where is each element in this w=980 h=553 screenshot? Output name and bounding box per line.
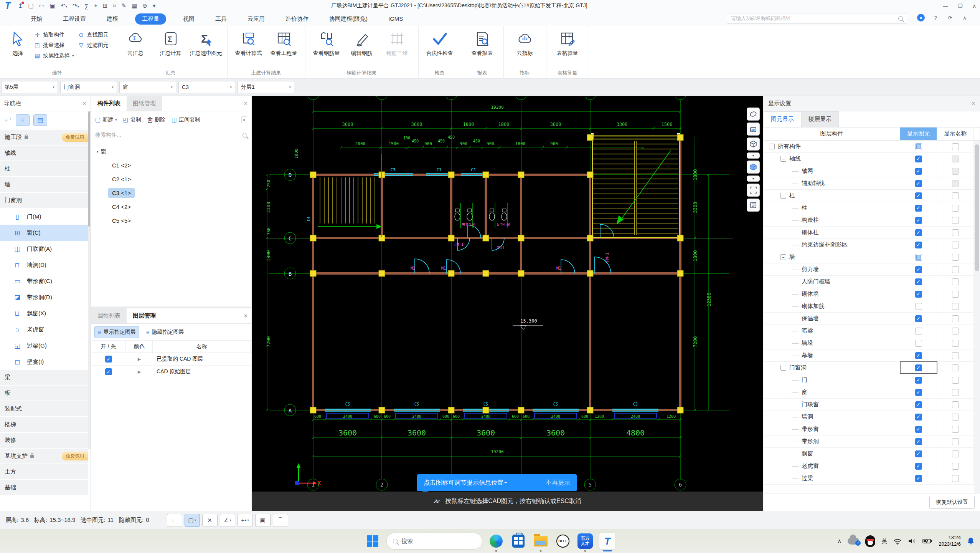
show-name-checkbox[interactable] <box>952 328 959 334</box>
display-row-砌体加筋[interactable]: ──砌体加筋 <box>764 300 980 313</box>
nav-close-icon[interactable]: ✕ <box>82 101 87 106</box>
layer-visibility-cell[interactable] <box>91 368 126 375</box>
sidebar-item-基坑支护[interactable]: 基坑支护免费试用 <box>0 449 88 464</box>
collapse-button[interactable]: ∧ <box>972 3 976 9</box>
show-name-cell[interactable] <box>937 300 974 312</box>
view-quantity-button[interactable]: 查看工程量 <box>268 28 300 57</box>
show-name-cell[interactable] <box>937 276 974 288</box>
show-name-checkbox[interactable] <box>952 278 959 285</box>
maximize-button[interactable]: ❐ <box>958 3 963 9</box>
show-name-checkbox[interactable] <box>952 389 959 396</box>
tray-expand-icon[interactable]: ∧ <box>837 538 841 545</box>
show-name-cell[interactable] <box>937 165 974 177</box>
qat-more-icon[interactable]: ▾ <box>153 2 156 9</box>
show-element-cell[interactable] <box>900 362 937 374</box>
summary-calc-button[interactable]: Σ 汇总计算 <box>155 28 186 57</box>
collapse-icon[interactable]: − <box>780 156 786 162</box>
sidebar-item-窗(C)[interactable]: ⊞窗(C) <box>0 225 88 241</box>
show-element-checkbox[interactable] <box>915 340 922 347</box>
display-row-砌体柱[interactable]: ──砌体柱 <box>764 227 980 239</box>
show-element-cell[interactable] <box>900 472 937 484</box>
component-item-C3[interactable]: C3 <1> <box>91 186 251 200</box>
show-name-checkbox[interactable] <box>952 205 959 212</box>
type-dropdown[interactable]: 窗▾ <box>119 81 176 93</box>
show-name-cell[interactable] <box>937 337 974 349</box>
sidebar-item-土方[interactable]: 土方 <box>0 464 88 480</box>
show-element-checkbox[interactable] <box>915 168 922 175</box>
show-element-cell[interactable] <box>900 448 937 460</box>
collapse-icon[interactable]: − <box>780 254 786 260</box>
collapse-icon[interactable]: − <box>769 144 775 149</box>
sidebar-item-壁龛(I)[interactable]: ◻壁龛(I) <box>0 354 88 370</box>
show-name-cell[interactable] <box>937 251 974 263</box>
show-element-cell[interactable] <box>900 165 937 177</box>
collapse-icon[interactable]: − <box>780 193 786 199</box>
sidebar-item-老虎窗[interactable]: ⌂老虎窗 <box>0 321 88 338</box>
gtj-app-icon[interactable]: T <box>599 533 616 550</box>
show-element-cell[interactable] <box>900 227 937 238</box>
show-name-checkbox[interactable] <box>952 463 959 470</box>
show-element-cell[interactable] <box>900 141 937 152</box>
cad-canvas[interactable]: 1920036003600180018003600330015002000150… <box>252 96 763 511</box>
display-row-柱[interactable]: −柱 <box>764 190 980 202</box>
ime-indicator[interactable]: 英 <box>881 538 887 545</box>
legality-check-button[interactable]: 合法性检查 <box>424 28 455 57</box>
sidebar-item-施工段[interactable]: 施工段免费试用 <box>0 130 88 146</box>
display-row-过梁[interactable]: ──过梁 <box>764 472 980 485</box>
store-app-icon[interactable] <box>510 533 527 550</box>
view-calc-icon[interactable]: ⌖ <box>94 2 97 9</box>
menu-tab-工程设置[interactable]: 工程设置 <box>59 13 90 25</box>
show-name-cell[interactable] <box>937 190 974 202</box>
show-element-cell[interactable] <box>900 190 937 202</box>
show-name-checkbox[interactable] <box>952 242 959 248</box>
display-row-所有构件[interactable]: −所有构件 <box>764 141 980 153</box>
show-element-cell[interactable] <box>900 349 937 361</box>
show-name-checkbox[interactable] <box>952 315 959 322</box>
view-3d-icon[interactable]: 3D <box>747 123 760 136</box>
menu-tab-开始[interactable]: 开始 <box>27 13 46 25</box>
element-dropdown[interactable]: C3▾ <box>178 81 235 93</box>
show-element-cell[interactable] <box>900 300 937 312</box>
show-element-cell[interactable] <box>900 202 937 214</box>
menu-tab-工具[interactable]: 工具 <box>211 13 231 25</box>
show-element-checkbox[interactable] <box>915 438 922 445</box>
display-row-约束边缘非阴影区[interactable]: ──约束边缘非阴影区 <box>764 239 980 251</box>
component-item-C2[interactable]: C2 <1> <box>91 172 251 186</box>
show-name-cell[interactable] <box>937 423 974 435</box>
sidebar-item-飘窗(X)[interactable]: ⊔飘窗(X) <box>0 305 88 321</box>
show-name-checkbox[interactable] <box>952 291 959 298</box>
display-row-构造柱[interactable]: ──构造柱 <box>764 214 980 227</box>
menu-tab-协同建模(限免)[interactable]: 协同建模(限免) <box>325 13 371 25</box>
show-name-cell[interactable] <box>937 448 974 460</box>
show-name-cell[interactable] <box>937 239 974 251</box>
display-row-柱[interactable]: ──柱 <box>764 202 980 214</box>
clock[interactable]: 13:24 2023/12/6 <box>939 535 961 548</box>
layer-color-cell[interactable]: ▶ <box>126 357 153 362</box>
show-name-cell[interactable] <box>937 325 974 337</box>
show-name-cell[interactable] <box>937 153 974 165</box>
show-element-checkbox[interactable] <box>915 414 922 421</box>
display-row-墙垛[interactable]: ──墙垛 <box>764 337 980 349</box>
display-row-墙洞[interactable]: ──墙洞 <box>764 411 980 423</box>
qq-icon[interactable] <box>865 535 875 547</box>
show-element-checkbox[interactable] <box>915 364 922 371</box>
file-explorer-icon[interactable] <box>532 533 549 550</box>
show-element-checkbox[interactable] <box>915 389 922 396</box>
show-name-checkbox[interactable] <box>952 377 959 384</box>
show-name-cell[interactable] <box>937 374 974 386</box>
layer-checkbox[interactable] <box>105 356 112 363</box>
show-element-checkbox[interactable] <box>915 143 922 150</box>
show-element-cell[interactable] <box>900 251 937 263</box>
display-row-门窗洞[interactable]: −门窗洞 <box>764 362 980 374</box>
show-name-cell[interactable] <box>937 263 974 275</box>
show-name-checkbox[interactable] <box>952 192 959 199</box>
show-name-cell[interactable] <box>937 214 974 226</box>
show-element-cell[interactable] <box>900 263 937 275</box>
show-element-checkbox[interactable] <box>915 450 922 457</box>
summary-selected-button[interactable]: Σ 汇总选中图元 <box>190 28 222 57</box>
show-element-cell[interactable] <box>900 177 937 189</box>
show-element-checkbox[interactable] <box>915 242 922 248</box>
show-element-checkbox[interactable] <box>915 217 922 224</box>
menu-tab-工程量[interactable]: 工程量 <box>135 13 166 25</box>
show-name-checkbox[interactable] <box>952 438 959 445</box>
